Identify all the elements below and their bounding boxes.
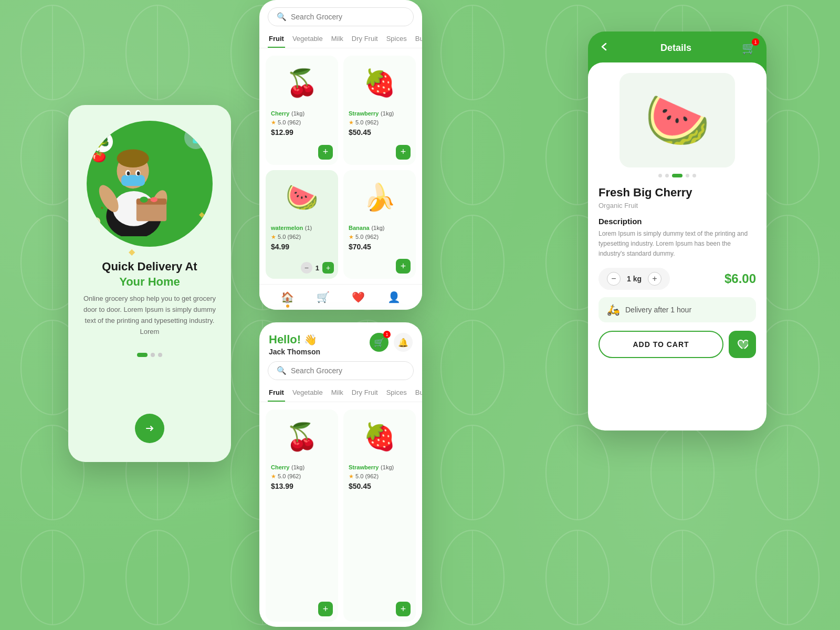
quantity-selector: − 1 kg + [598, 268, 670, 290]
home-strawberry-add-button[interactable]: + [396, 602, 411, 616]
home-search-bar[interactable]: 🔍 [268, 361, 414, 380]
banana-price: $70.45 [349, 243, 411, 251]
bottles-icon: 🧴 [184, 126, 207, 149]
price-tag-icon: 🏷️ [87, 217, 100, 236]
product-card-strawberry[interactable]: 🍓 Strawberry (1kg) ★ 5.0 (962) $50.45 + [343, 56, 416, 165]
home-cherry-rating: ★ 5.0 (962) [271, 473, 333, 480]
greeting-text: Hello! [269, 333, 301, 346]
product-grid: 🍒 Cherry (1kg) ★ 5.0 (962) $12.99 + 🍓 St… [259, 50, 422, 284]
home-search-input[interactable] [291, 366, 405, 375]
back-arrow-icon [598, 41, 610, 52]
onboard-title: Quick Delivery At Your Home [102, 259, 197, 289]
qty-value: 1 [316, 264, 319, 272]
cherry-price: $12.99 [271, 128, 333, 136]
banana-add-button[interactable]: + [396, 259, 411, 274]
delivery-truck-icon: 🛵 [607, 303, 620, 316]
next-button[interactable] [135, 414, 164, 443]
nav-wishlist[interactable]: ❤️ [352, 291, 365, 303]
detail-product-image: 🍉 [620, 73, 735, 167]
detail-title: Details [660, 43, 691, 54]
watermelon-rating: ★ 5.0 (962) [271, 234, 333, 240]
detail-cart-badge: 1 [752, 38, 759, 46]
nav-active-indicator [286, 304, 289, 308]
home-cherry-add-button[interactable]: + [318, 602, 333, 616]
home-product-cherry[interactable]: 🍒 Cherry (1kg) ★ 5.0 (962) $13.99 + [266, 410, 338, 622]
tab-fruit[interactable]: Fruit [268, 32, 285, 48]
strawberry-add-button[interactable]: + [396, 145, 411, 160]
home-cherry-image: 🍒 [271, 416, 333, 458]
diamond-deco2: ◆ [199, 210, 205, 218]
dot-4[interactable] [686, 174, 689, 177]
home-tab-dry-fruit[interactable]: Dry Fruit [351, 385, 379, 402]
banana-rating: ★ 5.0 (962) [349, 234, 411, 240]
page-dots [137, 353, 162, 357]
cherry-image: 🍒 [271, 62, 333, 104]
tab-milk[interactable]: Milk [330, 32, 344, 48]
nav-profile[interactable]: 👤 [387, 291, 401, 303]
home-cherry-name: Cherry (1kg) [271, 463, 333, 471]
watermelon-name: watermelon (1) [271, 224, 333, 232]
user-name: Jack Thomson [269, 348, 320, 356]
detail-header: Details 🛒 1 [588, 32, 766, 62]
detail-price: $6.00 [724, 271, 756, 286]
search-bar[interactable]: 🔍 [268, 7, 414, 26]
home-tab-milk[interactable]: Milk [330, 385, 344, 402]
watermelon-price: $4.99 [271, 243, 333, 251]
delivery-text: Delivery after 1 hour [625, 306, 691, 314]
product-card-cherry[interactable]: 🍒 Cherry (1kg) ★ 5.0 (962) $12.99 + [266, 56, 338, 165]
description-text: Lorem Ipsum is simply dummy text of the … [598, 229, 756, 259]
arrow-right-icon [144, 423, 155, 434]
delivery-info-bar: 🛵 Delivery after 1 hour [598, 297, 756, 322]
home-strawberry-name: Strawberry (1kg) [349, 463, 411, 471]
nav-home[interactable]: 🏠 [281, 291, 294, 303]
product-card-banana[interactable]: 🍌 Banana (1kg) ★ 5.0 (962) $70.45 + [343, 170, 416, 279]
detail-qty-label: 1 kg [627, 275, 642, 283]
tab-butter[interactable]: Butter [414, 32, 422, 48]
tab-spices[interactable]: Spices [385, 32, 408, 48]
header-icon-group: 🛒 1 🔔 [370, 333, 413, 352]
dot-2[interactable] [665, 174, 669, 177]
search-input[interactable] [291, 13, 405, 21]
qty-price-row: − 1 kg + $6.00 [598, 268, 756, 290]
detail-qty-decrease[interactable]: − [607, 272, 621, 286]
bell-icon-button[interactable]: 🔔 [394, 333, 413, 352]
action-row: ADD TO CART [598, 331, 756, 358]
add-to-cart-button[interactable]: ADD TO CART [598, 331, 723, 358]
tab-vegetable[interactable]: Vegetable [291, 32, 324, 48]
home-tab-fruit[interactable]: Fruit [268, 385, 285, 402]
svg-point-6 [140, 196, 148, 202]
svg-point-14 [137, 172, 140, 176]
strawberry-name: Strawberry (1kg) [349, 109, 411, 117]
title-line2: Your Home [102, 275, 197, 290]
product-card-watermelon[interactable]: 🍉 watermelon (1) ★ 5.0 (962) $4.99 − 1 + [266, 170, 338, 279]
image-carousel-dots [598, 174, 756, 177]
home-product-strawberry[interactable]: 🍓 Strawberry (1kg) ★ 5.0 (962) $50.45 + [343, 410, 416, 622]
tab-dry-fruit[interactable]: Dry Fruit [351, 32, 379, 48]
favorite-button[interactable] [729, 331, 756, 358]
detail-cart-button[interactable]: 🛒 1 [742, 41, 756, 55]
dot-1[interactable] [658, 174, 662, 177]
cherry-add-button[interactable]: + [318, 145, 333, 160]
onboard-description: Online grocery shop help you to get groc… [81, 293, 218, 337]
detail-qty-increase[interactable]: + [648, 272, 662, 286]
detail-content-area: 🍉 Fresh Big Cherry Organic Fruit Descrip… [588, 62, 766, 430]
dot-3-active[interactable] [672, 174, 682, 177]
screen-onboard: ✦ 🥦 🍅 🧴 🏷️ ◆ ◆ Quick Delivery At Your Ho… [68, 105, 231, 462]
home-product-grid: 🍒 Cherry (1kg) ★ 5.0 (962) $13.99 + 🍓 St… [259, 404, 422, 627]
qty-increase-button[interactable]: + [322, 262, 334, 274]
qty-decrease-button[interactable]: − [301, 262, 312, 274]
home-strawberry-image: 🍓 [349, 416, 411, 458]
cart-icon-button[interactable]: 🛒 1 [370, 333, 388, 352]
nav-cart[interactable]: 🛒 [317, 291, 330, 303]
dot-5[interactable] [692, 174, 696, 177]
home-tab-spices[interactable]: Spices [385, 385, 408, 402]
back-button[interactable] [598, 41, 610, 55]
svg-point-9 [117, 150, 149, 167]
bottom-navigation: 🏠 🛒 ❤️ 👤 [259, 284, 422, 310]
home-cherry-price: $13.99 [271, 482, 333, 490]
description-title: Description [598, 217, 756, 226]
home-tab-butter[interactable]: Butter [414, 385, 422, 402]
svg-rect-10 [121, 175, 145, 186]
watermelon-qty-control: − 1 + [301, 262, 334, 274]
home-tab-vegetable[interactable]: Vegetable [291, 385, 324, 402]
